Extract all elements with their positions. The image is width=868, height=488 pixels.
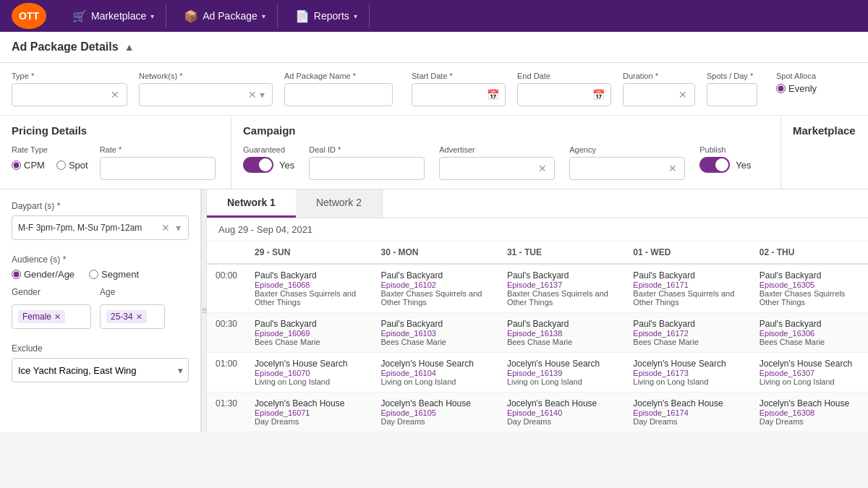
- duration-container[interactable]: 30 ✕: [623, 83, 695, 106]
- daypart-dropdown-button[interactable]: ▾: [174, 222, 182, 234]
- time-column-header: [207, 241, 246, 264]
- program-episode: Episode_16102: [380, 281, 489, 289]
- exclude-label: Exclude: [12, 343, 189, 354]
- daypart-multiselect[interactable]: M-F 3pm-7pm, M-Su 7pm-12am ✕ ▾: [12, 215, 189, 240]
- spot-alloc-radio-group: Evenly: [776, 83, 834, 94]
- gender-chip-value: Female: [22, 312, 51, 322]
- publish-label: Publish: [699, 145, 751, 154]
- duration-field: Duration * 30 ✕: [623, 72, 695, 106]
- program-title: Jocelyn's Beach House: [380, 398, 489, 408]
- spot-alloc-evenly-radio[interactable]: [776, 84, 786, 93]
- deal-id-input[interactable]: DEAL ID# 1165: [309, 157, 425, 180]
- publish-field: Publish Yes: [699, 145, 751, 173]
- advertiser-input[interactable]: Donny's Donuts: [446, 163, 537, 174]
- gender-age-radio-label[interactable]: Gender/Age: [12, 269, 75, 280]
- cpm-radio[interactable]: [12, 160, 21, 170]
- gender-label: Gender: [12, 287, 91, 297]
- publish-toggle-knob: [715, 158, 728, 171]
- duration-input[interactable]: 30: [629, 90, 677, 100]
- age-chip-box[interactable]: 25-34 ✕: [100, 304, 165, 329]
- gender-age-radio[interactable]: [12, 270, 21, 279]
- table-row: 00:00 Paul's Backyard Episode_16068 Baxt…: [207, 264, 868, 313]
- end-date-container[interactable]: 09/04/2021 📅: [517, 83, 611, 106]
- spot-radio[interactable]: [56, 160, 66, 170]
- end-calendar-icon[interactable]: 📅: [592, 89, 605, 100]
- spots-day-field: Spots / Day * 5: [707, 72, 765, 106]
- program-episode: Episode_16137: [507, 281, 616, 289]
- ad-package-name-input[interactable]: Back To School: [284, 83, 393, 106]
- networks-input-container[interactable]: Network 1, Network 2 ✕ ▾: [139, 83, 273, 106]
- start-date-container[interactable]: 08/29/2021 📅: [412, 83, 506, 106]
- gender-chip-close[interactable]: ✕: [54, 312, 61, 322]
- networks-clear-button[interactable]: ✕: [247, 89, 258, 100]
- collapse-icon[interactable]: ▲: [124, 41, 135, 53]
- time-cell: 01:30: [207, 393, 246, 432]
- nav-marketplace[interactable]: 🛒 Marketplace ▾: [61, 4, 166, 29]
- type-input-container[interactable]: Daypart+Audience ✕: [12, 83, 127, 106]
- age-chip-close[interactable]: ✕: [136, 312, 142, 322]
- table-row: 01:00 Jocelyn's House Search Episode_160…: [207, 353, 868, 393]
- type-input[interactable]: Daypart+Audience: [18, 90, 109, 100]
- gender-chip-box[interactable]: Female ✕: [12, 304, 91, 329]
- schedule-header-row: 29 - SUN 30 - MON 31 - TUE 01 - WED 02 -…: [207, 241, 868, 264]
- nav-reports[interactable]: 📄 Reports ▾: [284, 4, 370, 29]
- duration-clear-button[interactable]: ✕: [677, 89, 689, 100]
- networks-input[interactable]: Network 1, Network 2: [145, 90, 247, 100]
- spot-radio-label[interactable]: Spot: [56, 160, 88, 171]
- ad-package-name-field: Ad Package Name * Back To School: [284, 72, 400, 106]
- pricing-section: Pricing Details Rate Type CPM Spot Rate …: [0, 116, 231, 189]
- chevron-down-icon: ▾: [262, 12, 265, 20]
- program-desc: Bees Chase Marie: [380, 338, 489, 346]
- networks-dropdown-button[interactable]: ▾: [258, 89, 266, 100]
- program-cell: Jocelyn's Beach House Episode_16071 Day …: [246, 393, 372, 432]
- program-episode: Episode_16139: [507, 369, 616, 377]
- nav-adpackage[interactable]: 📦 Ad Package ▾: [172, 4, 278, 29]
- start-date-input[interactable]: 08/29/2021: [418, 90, 484, 100]
- program-cell: Jocelyn's Beach House Episode_16174 Day …: [624, 393, 750, 432]
- program-cell: Paul's Backyard Episode_16103 Bees Chase…: [372, 313, 498, 353]
- networks-label: Network(s) *: [139, 72, 273, 80]
- program-title: Jocelyn's Beach House: [760, 398, 859, 408]
- agency-clear-button[interactable]: ✕: [667, 163, 678, 174]
- age-label: Age: [100, 287, 165, 297]
- rate-input[interactable]: 18: [100, 157, 216, 180]
- thu-column-header: 02 - THU: [751, 241, 868, 264]
- agency-container[interactable]: Direct2Consumer ✕: [569, 157, 685, 180]
- segment-label: Segment: [101, 269, 139, 280]
- tab-network2[interactable]: Network 2: [296, 189, 383, 218]
- calendar-icon[interactable]: 📅: [487, 89, 499, 100]
- program-episode: Episode_16174: [633, 408, 741, 417]
- agency-input[interactable]: Direct2Consumer: [576, 163, 667, 174]
- deal-id-field: Deal ID * DEAL ID# 1165: [309, 145, 425, 180]
- tab-network1[interactable]: Network 1: [207, 189, 296, 218]
- top-navigation: OTT 🛒 Marketplace ▾ 📦 Ad Package ▾ 📄 Rep…: [0, 0, 868, 32]
- segment-radio[interactable]: [89, 270, 98, 279]
- program-title: Jocelyn's Beach House: [255, 398, 363, 408]
- segment-radio-label[interactable]: Segment: [89, 269, 139, 280]
- rate-label: Rate *: [100, 145, 216, 154]
- daypart-clear-button[interactable]: ✕: [160, 222, 171, 234]
- spots-day-input[interactable]: 5: [707, 83, 757, 106]
- adpackage-icon: 📦: [184, 9, 198, 23]
- program-cell: Jocelyn's House Search Episode_16173 Liv…: [624, 353, 750, 393]
- advertiser-clear-button[interactable]: ✕: [537, 163, 548, 174]
- program-episode: Episode_16105: [380, 408, 489, 417]
- program-cell: Jocelyn's House Search Episode_16104 Liv…: [372, 353, 498, 393]
- advertiser-container[interactable]: Donny's Donuts ✕: [439, 157, 555, 180]
- age-chip: 25-34 ✕: [106, 310, 147, 323]
- chevron-down-icon: ▾: [354, 12, 357, 20]
- daypart-section: Daypart (s) * M-F 3pm-7pm, M-Su 7pm-12am…: [12, 201, 189, 240]
- guaranteed-toggle[interactable]: [243, 157, 273, 173]
- program-cell: Paul's Backyard Episode_16171 Baxter Cha…: [624, 264, 750, 313]
- exclude-select[interactable]: Ice Yacht Racing, East Wing: [12, 358, 189, 382]
- sun-column-header: 29 - SUN: [246, 241, 372, 264]
- rate-field: Rate * 18: [100, 145, 216, 180]
- publish-toggle[interactable]: [699, 157, 730, 173]
- network-tabs: Network 1 Network 2: [207, 189, 868, 218]
- spot-alloc-evenly-label: Evenly: [788, 83, 817, 94]
- end-date-input[interactable]: 09/04/2021: [524, 90, 590, 100]
- type-clear-button[interactable]: ✕: [109, 89, 121, 100]
- resize-handle[interactable]: ⠿: [201, 189, 207, 432]
- cpm-radio-label[interactable]: CPM: [12, 160, 45, 171]
- program-episode: Episode_16308: [760, 408, 859, 417]
